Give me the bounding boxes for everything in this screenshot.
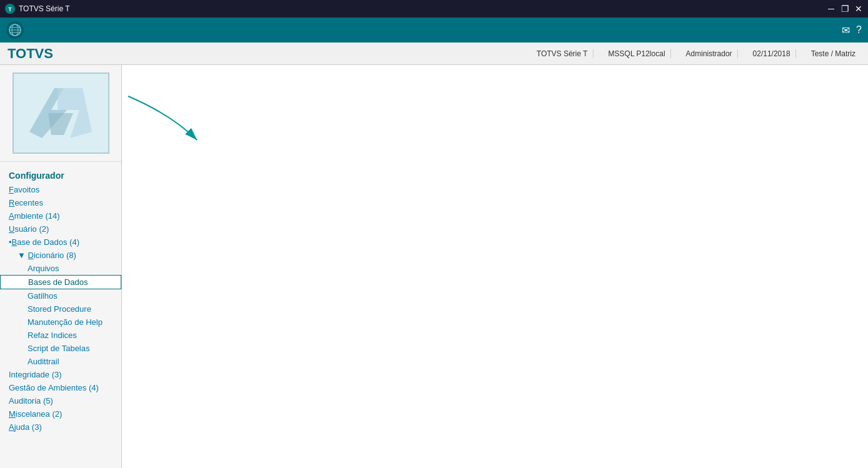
sidebar-item-gatilhos[interactable]: Gatilhos xyxy=(0,289,121,302)
sidebar-item-miscelanea[interactable]: Miscelanea (2) xyxy=(0,407,121,421)
db-name: MSSQL P12local xyxy=(603,49,671,58)
system-name: TOTVS Série T xyxy=(532,49,593,58)
sidebar-item-auditoria[interactable]: Auditoria (5) xyxy=(0,394,121,407)
sidebar-item-recentes[interactable]: Recentes xyxy=(0,196,121,209)
main-layout: Configurador Favoitos Recentes Ambiente … xyxy=(0,65,868,468)
user-name: Administrador xyxy=(681,49,738,58)
window-title: TOTVS Série T xyxy=(19,4,827,13)
close-button[interactable]: ✕ xyxy=(854,4,863,13)
sidebar-item-arquivos[interactable]: Arquivos xyxy=(0,262,121,275)
infobar: TOTVS TOTVS Série T MSSQL P12local Admin… xyxy=(0,42,868,65)
toolbar-right: ✉ ? xyxy=(842,24,862,36)
svg-text:T: T xyxy=(8,6,12,12)
sidebar-item-script-tabelas[interactable]: Script de Tabelas xyxy=(0,342,121,355)
sidebar-item-stored-procedure[interactable]: Stored Procedure xyxy=(0,302,121,316)
sidebar: Configurador Favoitos Recentes Ambiente … xyxy=(0,65,122,468)
sidebar-item-usuario[interactable]: Usuário (2) xyxy=(0,222,121,236)
sidebar-item-manutencao-help[interactable]: Manutenção de Help xyxy=(0,316,121,329)
sidebar-item-ajuda[interactable]: Ajuda (3) xyxy=(0,421,121,434)
help-button[interactable]: ? xyxy=(856,24,862,36)
sidebar-item-base-dados[interactable]: •Base de Dados (4) xyxy=(0,236,121,249)
sidebar-item-favoritos[interactable]: Favoitos xyxy=(0,183,121,196)
infobar-meta: TOTVS Série T MSSQL P12local Administrad… xyxy=(532,49,860,58)
annotation-arrow xyxy=(122,65,868,468)
minimize-button[interactable]: ─ xyxy=(827,4,835,13)
sidebar-item-bases-dados[interactable]: Bases de Dados xyxy=(0,275,121,289)
totvs-logo-svg xyxy=(23,82,98,144)
mail-button[interactable]: ✉ xyxy=(842,24,850,36)
logo-area xyxy=(0,65,121,162)
content-area xyxy=(122,65,868,468)
current-date: 02/11/2018 xyxy=(748,49,796,58)
sidebar-item-ambiente[interactable]: Ambiente (14) xyxy=(0,209,121,222)
sidebar-item-gestao-ambientes[interactable]: Gestão de Ambientes (4) xyxy=(0,381,121,394)
sidebar-item-dicionario[interactable]: ▼ Dicionário (8) xyxy=(0,249,121,262)
sidebar-item-integridade[interactable]: Integridade (3) xyxy=(0,368,121,381)
sidebar-item-refaz-indices[interactable]: Refaz Indices xyxy=(0,329,121,342)
titlebar: T TOTVS Série T ─ ❐ ✕ xyxy=(0,0,868,17)
app-logo: TOTVS xyxy=(8,46,532,62)
window-controls: ─ ❐ ✕ xyxy=(827,4,863,13)
toolbar: ✉ ? xyxy=(0,17,868,42)
globe-icon[interactable] xyxy=(6,21,24,39)
toolbar-left xyxy=(6,21,24,39)
app-icon: T xyxy=(5,4,15,14)
branch-name: Teste / Matriz xyxy=(806,49,860,58)
logo-box xyxy=(13,72,109,154)
svg-marker-9 xyxy=(48,113,73,135)
sidebar-item-audittrail[interactable]: Audittrail xyxy=(0,355,121,368)
section-title: Configurador xyxy=(0,167,121,183)
maximize-button[interactable]: ❐ xyxy=(840,4,849,13)
menu-section: Configurador Favoitos Recentes Ambiente … xyxy=(0,162,121,439)
